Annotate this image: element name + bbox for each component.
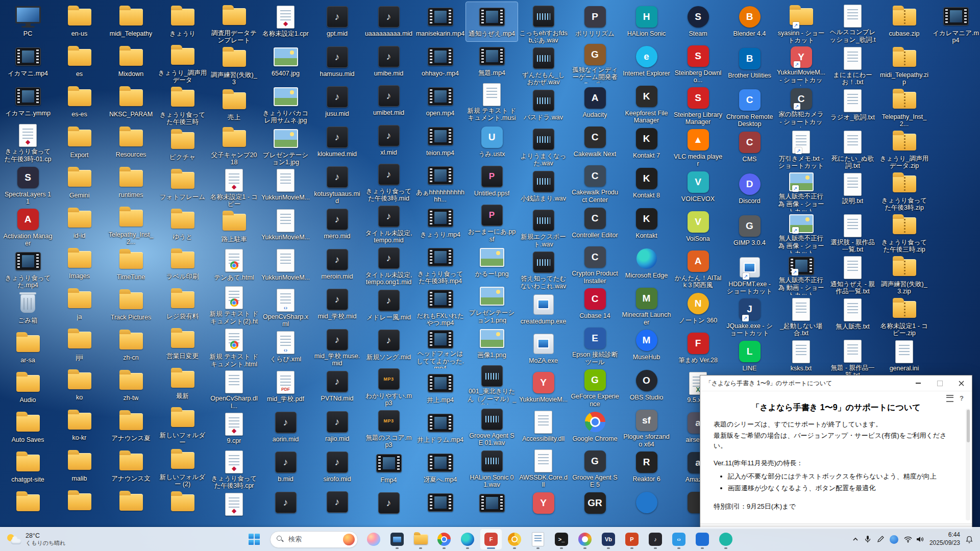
desktop-icon[interactable]: 調査用データテンプレート (208, 2, 260, 44)
desktop-icon[interactable] (105, 487, 157, 528)
desktop-icon[interactable]: タイトル未設定, tempo.mid (363, 202, 414, 244)
maximize-button[interactable] (929, 375, 950, 391)
desktop-icon[interactable]: zh-tw (105, 366, 157, 407)
desktop-icon[interactable] (208, 489, 260, 528)
desktop-icon[interactable]: 新規ソング.mid (363, 325, 414, 365)
network-volume-cluster[interactable] (904, 536, 924, 543)
desktop-icon[interactable]: Untitled.ppsf (466, 162, 518, 201)
desktop-icon[interactable]: Groove Agent SE 01.wav (466, 405, 518, 446)
desktop-icon[interactable]: プレゼンテーション1.jpg (260, 124, 311, 166)
desktop-icon[interactable]: きょうり食ってた午後三時.zip (878, 211, 930, 253)
desktop-icon[interactable]: AAudacity (569, 83, 621, 122)
taskbar-app-teal-app[interactable] (715, 529, 737, 550)
taskbar-app-vscode[interactable]: ‹› (668, 529, 690, 550)
clock[interactable]: 6:44 2025/09/23 (929, 531, 960, 547)
desktop-icon[interactable]: CCubase 14 (569, 284, 621, 323)
weather-widget[interactable]: 28°C くもりのち晴れ (0, 528, 73, 551)
desktop-icon[interactable]: uaaaaaaaaa.mid (363, 2, 414, 42)
desktop-icon[interactable]: TimeTune (105, 245, 157, 286)
desktop-icon[interactable]: 売上 (208, 86, 260, 124)
desktop-icon[interactable]: PVTNd.mid (311, 367, 363, 407)
desktop-icon[interactable]: バスドラ.wav (518, 86, 569, 125)
desktop-icon[interactable]: Auto Saves (2, 408, 54, 448)
desktop-icon[interactable]: HDDFMT.exe - ショートカット (724, 253, 775, 295)
desktop-icon[interactable]: 説明.txt (827, 169, 878, 211)
taskbar-app-music-app[interactable]: ♪ (644, 529, 667, 550)
desktop-icon[interactable]: 調声練習(失敗)_3.zip (878, 253, 930, 295)
desktop-icon[interactable]: zh-cn (105, 326, 157, 366)
desktop-icon[interactable]: きょうり食ってた.mp4 (2, 247, 54, 289)
desktop-icon[interactable]: ヘルスコンプレッション_歌詞.txt (827, 2, 878, 44)
desktop-icon[interactable]: ar-sa (2, 329, 54, 368)
desktop-icon[interactable]: Pポリリリズム (569, 2, 621, 41)
desktop-icon[interactable]: PC (2, 2, 54, 42)
desktop-icon[interactable] (363, 488, 414, 528)
taskbar-app-terminal[interactable]: >_ (550, 529, 573, 550)
desktop-icon[interactable]: HALion Sonic 01.wav (466, 446, 518, 488)
desktop-icon[interactable]: YukkuriMovieM... (260, 206, 311, 245)
desktop-icon[interactable]: きょうりバカコレ用サムネ.jpg (260, 82, 311, 124)
desktop-icon[interactable]: CCakewalk Product Center (569, 162, 621, 204)
desktop-icon[interactable]: 新規エクスポート.wav (518, 206, 569, 248)
desktop-icon[interactable]: OOBS Studio (621, 366, 672, 406)
desktop-icon[interactable]: Mixdown (105, 42, 157, 83)
desktop-icon[interactable]: KKeepforest File Manager (621, 82, 672, 124)
desktop-icon[interactable]: jijii (54, 325, 105, 366)
desktop-icon[interactable]: 答え知ってたむないわこれ.wav (518, 248, 569, 290)
desktop-icon[interactable]: 万引きメモ.txt - ショートカット (775, 128, 827, 169)
desktop-icon[interactable]: 001_東北きりたん（ノーマル）_少しゃ... (466, 363, 518, 405)
taskbar-app-chrome-canary[interactable] (503, 529, 526, 550)
taskbar-app-edge[interactable] (456, 529, 479, 550)
taskbar-app-notes-app[interactable] (527, 529, 549, 550)
desktop-icon[interactable]: 名称未設定1 - コピー (208, 166, 260, 208)
desktop-icon[interactable]: Y (518, 488, 569, 528)
desktop-icon[interactable] (621, 488, 672, 528)
desktop-icon[interactable]: MoZA.exe (518, 329, 569, 368)
desktop-icon[interactable]: cubase.zip (878, 2, 930, 44)
desktop-icon[interactable]: GGIMP 3.0.4 (724, 211, 775, 253)
desktop-icon[interactable] (157, 488, 208, 528)
desktop-icon[interactable]: BBrother Utilities (724, 44, 775, 86)
dialog-scrollbar[interactable] (966, 409, 970, 520)
desktop-icon[interactable]: かるー!.png (466, 242, 518, 282)
desktop-icon[interactable]: プレゼンテーション1.png (466, 282, 518, 323)
desktop-icon[interactable]: midi_Telepathy (105, 2, 157, 42)
desktop-icon[interactable]: レジ袋有料 (157, 285, 208, 324)
desktop-icon[interactable]: YukkuriMovieM... (260, 166, 311, 206)
desktop-icon[interactable]: midi_Telepathy.zip (878, 44, 930, 86)
desktop-icon[interactable]: 無人販売不正行為 動画 - ショートカット (775, 253, 827, 295)
desktop-icon[interactable]: ごみ箱 (2, 289, 54, 329)
desktop-icon[interactable]: RReaktor 6 (621, 447, 672, 487)
desktop-icon[interactable]: 新しいフォルダー (157, 404, 208, 446)
desktop-icon[interactable]: G孤独なインディーゲーム開発者の一生... (569, 41, 621, 83)
desktop-icon[interactable]: フォトフレーム (157, 165, 208, 205)
taskbar-app-copilot[interactable] (362, 529, 385, 550)
desktop-icon[interactable]: 無題 - 親作品一覧.txt (827, 337, 878, 379)
desktop-icon[interactable]: ▲VLC media player (672, 126, 724, 167)
desktop-icon[interactable] (311, 487, 363, 528)
desktop-icon[interactable]: 新規 テキスト ドキュメント.musicxml (466, 81, 518, 122)
desktop-icon[interactable]: ksks.txt (775, 337, 827, 379)
desktop-icon[interactable]: 路上駐車 (208, 208, 260, 246)
desktop-icon[interactable]: AWSSDK.Core.dll (518, 446, 569, 488)
desktop-icon[interactable] (466, 488, 518, 528)
desktop-icon[interactable]: 最新 (157, 364, 208, 404)
desktop-icon[interactable]: メドレー風.mid (363, 286, 414, 325)
desktop-icon[interactable]: 営業日変更 (157, 324, 208, 364)
desktop-icon[interactable]: こっちehすおfdsbぶあ.wav (518, 2, 569, 44)
desktop-icon[interactable]: umibe.mid (363, 42, 414, 82)
desktop-icon[interactable]: きょうり.mp4 (414, 203, 466, 243)
desktop-icon[interactable]: ohhayo-.mp4 (414, 42, 466, 82)
desktop-icon[interactable]: 名称未設定1.cpr (260, 2, 311, 42)
desktop-icon[interactable]: general.ini (878, 337, 930, 379)
desktop-icon[interactable]: ko-kr (54, 406, 105, 446)
desktop-icon[interactable]: 選択肢 - 親作品一覧.txt (827, 211, 878, 253)
taskbar-app-display-app[interactable] (386, 529, 408, 550)
desktop-icon[interactable]: 無人販売.txt (827, 295, 878, 337)
desktop-icon[interactable]: SSteinberg Library Manager (672, 84, 724, 126)
desktop-icon[interactable]: Export (54, 123, 105, 164)
desktop-icon[interactable]: 無題のスコア.mp3 (363, 407, 414, 448)
desktop-icon[interactable]: YYukkuriMovieM... (518, 368, 569, 407)
taskbar-app-paint[interactable] (574, 529, 596, 550)
desktop-icon[interactable]: HHALion Sonic (621, 2, 672, 42)
